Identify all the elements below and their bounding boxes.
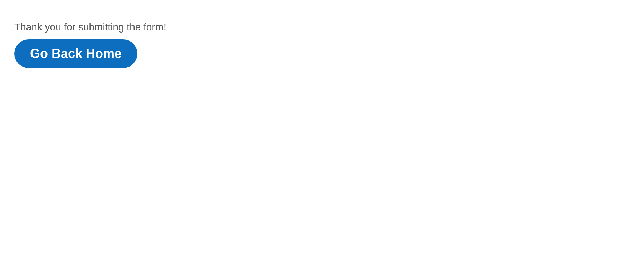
go-back-home-button[interactable]: Go Back Home bbox=[14, 39, 137, 68]
thank-you-message: Thank you for submitting the form! bbox=[14, 21, 630, 33]
